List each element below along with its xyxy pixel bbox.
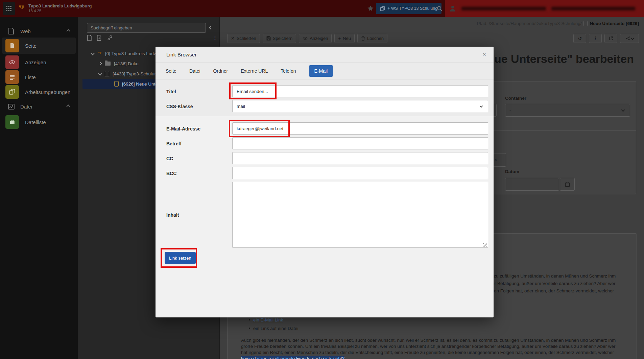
history-icon: ↺ [578,36,582,41]
tab-externe-url[interactable]: Externe URL [241,68,268,74]
sidebar-item-label: Liste [25,74,36,80]
external-link-icon [609,36,613,41]
datum-input[interactable] [505,178,559,191]
trash-icon [361,36,365,41]
sidebar-item-label: Dateiliste [25,119,46,125]
modal-header: Link Browser × [156,47,494,63]
chevron-up-icon[interactable] [66,29,70,33]
move-page-icon[interactable] [97,35,102,41]
filelist-module-icon [5,115,19,129]
container-label: Container [505,96,526,101]
bullet-icon [249,319,250,320]
list-module-icon [5,70,19,84]
link-browser-modal: Link Browser × Seite Datei Ordner Extern… [156,47,494,317]
betreff-label: Betreff [166,141,182,146]
bookmark-star-icon[interactable] [367,5,374,12]
page-icon [583,21,588,26]
history-button[interactable]: ↺ [573,34,586,43]
tree-node-label: [0] Typo3 Landkreis Ludwi [105,51,158,56]
open-external-button[interactable] [604,34,617,43]
chevron-down-icon [631,37,634,40]
email-adresse-label: E-Mail-Adresse [166,126,200,131]
sidebar-section-label: Datei [20,104,32,110]
topbar: Typo3 Landkreis Ludwigsburg 13.4.25 + WS… [0,0,644,17]
inhalt-textarea[interactable] [232,182,488,248]
chevron-right-icon[interactable] [98,62,102,65]
betreff-input[interactable] [232,137,488,149]
workspace-icon [380,6,385,11]
info-button[interactable]: i [589,34,602,43]
blurred-username [461,7,546,10]
tree-node-root[interactable]: [0] Typo3 Landkreis Ludwi [91,48,158,58]
sidebar-item-liste[interactable]: Liste [2,69,76,85]
close-icon: ✕ [231,36,235,41]
tree-node-doku[interactable]: [4136] Doku [99,58,139,69]
resize-handle[interactable] [483,243,487,247]
save-disk-icon [266,36,271,41]
sidebar-section-datei[interactable]: Datei [0,102,78,111]
search-icon[interactable] [436,5,443,12]
email-adresse-input[interactable] [232,122,488,135]
sidebar-item-dateiliste[interactable]: Dateiliste [2,114,76,130]
page-title: Neue Unterseite [6926] [590,21,639,26]
link-setzen-button[interactable]: Link setzen [165,252,196,264]
cc-input[interactable] [232,152,488,164]
sidebar-item-arbeitsumgebungen[interactable]: Arbeitsumgebungen [2,84,76,100]
share-button[interactable] [620,34,639,43]
web-document-icon [8,28,14,34]
sidebar-section-label: Web [20,28,31,34]
link-browser-tabs: Seite Datei Ordner Externe URL Telefon E… [156,63,494,79]
close-icon[interactable]: × [482,51,486,58]
edit-page-heading: ue Unterseite" bearbeiten [494,52,634,66]
chevron-down-icon [621,108,625,112]
module-grid-button[interactable] [3,2,15,15]
tree-node-typo3-schulung[interactable]: [4433] Typo3-Schulung [99,69,160,79]
delete-button[interactable]: Löschen [357,34,387,43]
tab-seite[interactable]: Seite [166,68,176,74]
close-icon: × [494,157,497,163]
sidebar-item-seite[interactable]: Seite [2,38,76,54]
workspaces-module-icon [5,85,19,99]
chevron-down-icon[interactable] [98,72,102,75]
save-button[interactable]: Speichern [263,34,296,43]
plus-icon: + [338,36,341,41]
datum-label: Datum [505,169,519,174]
avatar [449,4,457,13]
css-klasse-label: CSS-Klasse [166,104,193,109]
new-page-icon[interactable] [87,35,92,41]
sidebar-item-anzeigen[interactable]: Anzeigen [2,54,76,70]
tree-node-label: [4136] Doku [114,61,139,66]
list-item: ein Link auf eine Datei [249,324,299,333]
css-klasse-select[interactable]: mail [232,100,488,112]
workspace-button[interactable]: + WS TYPO3 13 Schulung [376,3,442,14]
chevron-down-icon[interactable] [91,51,94,55]
titel-input[interactable] [232,85,488,97]
inhalt-label: Inhalt [166,212,179,218]
calendar-icon [565,182,570,187]
tab-ordner[interactable]: Ordner [213,68,228,74]
sidebar-item-label: Seite [25,43,37,49]
sidebar-item-label: Anzeigen [25,59,46,65]
close-button[interactable]: ✕Schließen [227,34,260,43]
eye-icon [303,36,308,41]
sidebar-section-web[interactable]: Web [0,27,78,35]
new-button[interactable]: +Neu [334,34,354,43]
view-button[interactable]: Anzeigen [299,34,332,43]
site-title: Typo3 Landkreis Ludwigsburg [28,3,92,8]
email-link[interactable]: ein E-Mail Link [253,317,283,322]
container-select[interactable]: - [505,104,630,117]
tab-telefon[interactable]: Telefon [281,68,296,74]
tree-search-input[interactable] [87,23,206,33]
tree-menu-kebab-icon[interactable]: ⋮ [212,34,218,41]
breadcrumb: Pfad: /Startseite/Hauptmenü/Doku/Typo3-S… [477,21,639,26]
bcc-input[interactable] [232,167,488,179]
collapse-tree-icon[interactable] [210,24,212,30]
tab-datei[interactable]: Datei [189,68,200,74]
link-chain-icon[interactable] [107,35,113,41]
user-menu[interactable] [445,0,644,17]
titel-label: Titel [166,89,176,94]
tab-email[interactable]: E-Mail [309,65,333,77]
chevron-up-icon[interactable] [66,104,70,108]
calendar-button[interactable] [560,178,575,191]
tree-node-label: [4433] Typo3-Schulung [113,71,160,76]
